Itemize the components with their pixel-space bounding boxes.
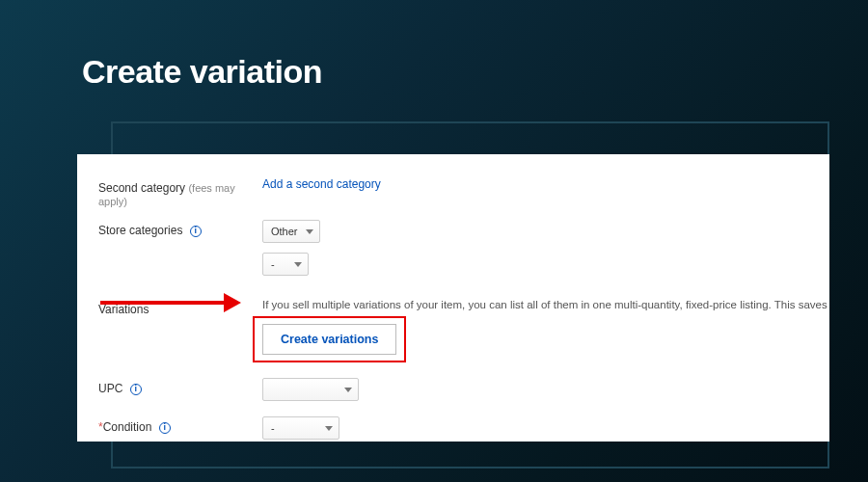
- arrow-annotation: [100, 297, 245, 316]
- arrow-right-icon: [224, 293, 241, 312]
- chevron-down-icon: [344, 388, 352, 392]
- store-categories-label: Store categories i: [98, 220, 262, 237]
- store-category-secondary-select[interactable]: -: [262, 253, 309, 276]
- create-variations-button[interactable]: Create variations: [262, 324, 396, 355]
- condition-select[interactable]: -: [262, 416, 339, 440]
- condition-value: -: [271, 422, 275, 434]
- store-category-primary-select[interactable]: Other: [262, 220, 320, 243]
- variations-description: If you sell multiple variations of your …: [262, 299, 829, 310]
- variations-row: Variations If you sell multiple variatio…: [77, 281, 829, 361]
- info-icon[interactable]: i: [159, 422, 171, 434]
- listing-form-panel: Second category (fees may apply) Add a s…: [77, 154, 829, 442]
- upc-select[interactable]: [262, 378, 359, 401]
- upc-label: UPC i: [98, 378, 262, 395]
- chevron-down-icon: [325, 426, 333, 431]
- upc-row: UPC i: [77, 361, 829, 407]
- store-category-secondary-value: -: [271, 258, 275, 270]
- condition-row: *Condition i -: [77, 407, 829, 442]
- store-categories-row: Store categories i Other -: [77, 214, 829, 281]
- store-category-primary-value: Other: [271, 226, 298, 237]
- condition-label: *Condition i: [98, 416, 262, 434]
- page-title: Create variation: [0, 0, 868, 91]
- second-category-label: Second category (fees may apply): [98, 177, 262, 208]
- info-icon[interactable]: i: [190, 226, 202, 237]
- add-second-category-link[interactable]: Add a second category: [262, 177, 381, 191]
- chevron-down-icon: [306, 229, 313, 234]
- second-category-row: Second category (fees may apply) Add a s…: [77, 172, 829, 214]
- info-icon[interactable]: i: [130, 384, 142, 395]
- chevron-down-icon: [294, 262, 302, 267]
